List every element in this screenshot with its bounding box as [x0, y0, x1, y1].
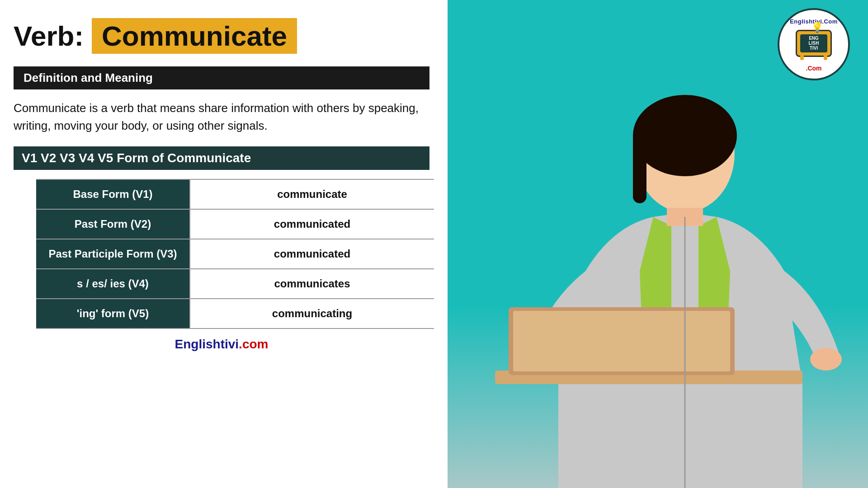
definition-badge: Definition and Meaning — [14, 66, 429, 89]
person-image — [448, 0, 868, 488]
right-panel: Englishtivi.Com ENGLISHTIVI 💡 .Com — [448, 0, 868, 488]
table-value-cell: communicated — [190, 209, 434, 239]
table-row: s / es/ ies (V4)communicates — [36, 269, 434, 299]
table-value-cell: communicate — [190, 179, 434, 209]
footer: Englishtivi.com — [14, 337, 429, 352]
table-value-cell: communicating — [190, 299, 434, 328]
svg-point-1 — [633, 95, 737, 176]
table-label-cell: s / es/ ies (V4) — [36, 269, 190, 299]
table-value-cell: communicated — [190, 239, 434, 269]
table-label-cell: Base Form (V1) — [36, 179, 190, 209]
footer-dotcom: .com — [239, 337, 268, 351]
table-row: Base Form (V1)communicate — [36, 179, 434, 209]
svg-point-5 — [810, 348, 842, 371]
person-svg — [450, 45, 866, 488]
table-value-cell: communicates — [190, 269, 434, 299]
table-label-cell: 'ing' form (V5) — [36, 299, 190, 328]
table-row: Past Form (V2)communicated — [36, 209, 434, 239]
table-row: 'ing' form (V5)communicating — [36, 299, 434, 328]
svg-rect-2 — [633, 131, 646, 203]
table-row: Past Participle Form (V3)communicated — [36, 239, 434, 269]
description: Communicate is a verb that means share i… — [14, 99, 429, 135]
table-label-cell: Past Participle Form (V3) — [36, 239, 190, 269]
svg-rect-9 — [513, 311, 730, 371]
verb-table: Base Form (V1)communicatePast Form (V2)c… — [36, 179, 434, 329]
table-label-cell: Past Form (V2) — [36, 209, 190, 239]
left-panel: Verb: Communicate Definition and Meaning… — [0, 0, 448, 488]
footer-english: Englishtivi — [175, 337, 239, 351]
header: Verb: Communicate — [14, 18, 429, 54]
svg-rect-10 — [558, 384, 802, 488]
v-form-badge: V1 V2 V3 V4 V5 Form of Communicate — [14, 146, 429, 170]
verb-label: Verb: — [14, 20, 84, 52]
verb-highlight: Communicate — [92, 18, 297, 54]
